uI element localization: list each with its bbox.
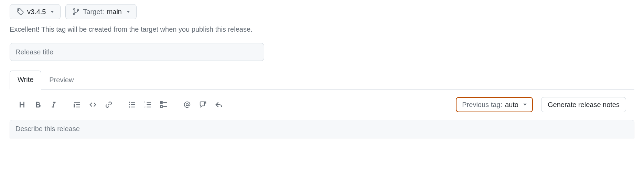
svg-point-2 [74, 13, 75, 15]
svg-point-4 [129, 102, 130, 103]
svg-rect-14 [147, 107, 151, 107]
svg-rect-12 [147, 102, 151, 103]
tab-preview[interactable]: Preview [41, 71, 82, 90]
tag-icon [16, 8, 24, 16]
chevron-down-icon [51, 11, 54, 13]
svg-rect-7 [131, 102, 135, 103]
previous-tag-selector[interactable]: Previous tag: auto [456, 97, 533, 112]
svg-rect-13 [147, 104, 151, 105]
svg-point-6 [129, 106, 130, 107]
svg-point-1 [74, 9, 75, 10]
editor-tabs: Write Preview [10, 71, 634, 90]
svg-rect-9 [131, 107, 135, 107]
target-selector[interactable]: Target: main [65, 4, 137, 19]
target-branch: main [107, 8, 122, 16]
chevron-down-icon [523, 104, 527, 106]
svg-point-5 [129, 104, 130, 105]
mention-icon[interactable] [183, 101, 191, 109]
svg-rect-16 [160, 106, 162, 108]
markdown-toolbar: 12 Previous tag: auto Generate release n… [10, 90, 634, 120]
git-branch-icon [72, 8, 80, 16]
unordered-list-icon[interactable] [128, 101, 136, 109]
chevron-down-icon [127, 11, 130, 13]
previous-tag-value: auto [505, 101, 518, 109]
target-label: Target: [83, 8, 104, 16]
release-description-input[interactable]: Describe this release [10, 120, 634, 138]
italic-icon[interactable] [50, 101, 58, 109]
tag-hint: Excellent! This tag will be created from… [10, 25, 634, 33]
link-icon[interactable] [105, 101, 113, 109]
tag-value: v3.4.5 [27, 8, 46, 16]
tag-selector[interactable]: v3.4.5 [10, 4, 61, 19]
task-list-icon[interactable] [160, 101, 168, 109]
svg-rect-8 [131, 104, 135, 105]
generate-release-notes-button[interactable]: Generate release notes [541, 97, 626, 112]
cross-reference-icon[interactable] [199, 101, 207, 109]
reply-icon[interactable] [215, 101, 223, 109]
release-title-input[interactable] [10, 43, 264, 61]
svg-text:2: 2 [144, 105, 146, 108]
svg-text:1: 1 [144, 101, 146, 104]
svg-point-3 [77, 9, 79, 10]
bold-icon[interactable] [34, 101, 42, 109]
quote-icon[interactable] [73, 101, 81, 109]
code-icon[interactable] [89, 101, 97, 109]
tab-write[interactable]: Write [10, 71, 41, 90]
svg-point-0 [18, 10, 19, 11]
previous-tag-label: Previous tag: [462, 101, 502, 109]
ordered-list-icon[interactable]: 12 [144, 101, 152, 109]
heading-icon[interactable] [18, 101, 26, 109]
